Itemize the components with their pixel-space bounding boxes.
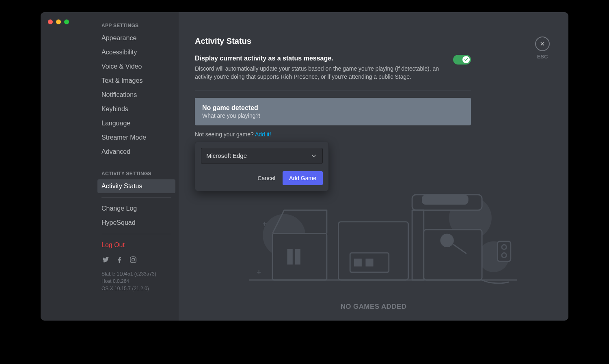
- content-divider: [195, 90, 471, 90]
- settings-content: ESC Activity Status Display current acti…: [179, 12, 568, 321]
- add-game-hint: Not seeing your game? Add it!: [195, 131, 471, 138]
- window-controls: [48, 19, 69, 24]
- build-line: Stable 110451 (c233a73): [102, 270, 171, 278]
- sidebar-divider: [102, 234, 171, 234]
- svg-rect-7: [350, 253, 389, 272]
- add-game-popover: Microsoft Edge Cancel Add Game: [195, 142, 329, 191]
- window-close-icon[interactable]: [48, 19, 53, 24]
- svg-point-2: [478, 241, 509, 272]
- window-zoom-icon[interactable]: [64, 19, 69, 24]
- svg-rect-13: [424, 230, 482, 280]
- hint-text: Not seeing your game?: [195, 131, 255, 138]
- detected-game-box: No game detected What are you playing?!: [195, 98, 471, 125]
- check-icon: [464, 57, 469, 62]
- sidebar-item-activity-status[interactable]: Activity Status: [97, 179, 175, 193]
- social-links: [97, 252, 175, 267]
- svg-point-0: [263, 214, 305, 257]
- sidebar-item-language[interactable]: Language: [97, 116, 175, 130]
- sidebar-item-accessibility[interactable]: Accessibility: [97, 45, 175, 59]
- setting-label: Display current activity as a status mes…: [195, 55, 445, 62]
- build-line: OS X 10.15.7 (21.2.0): [102, 285, 171, 292]
- svg-rect-5: [295, 249, 300, 265]
- svg-point-17: [502, 245, 506, 249]
- sidebar-item-notifications[interactable]: Notifications: [97, 88, 175, 102]
- svg-rect-6: [339, 222, 408, 280]
- section-header-app-settings: APP SETTINGS: [97, 16, 175, 31]
- sidebar-item-advanced[interactable]: Advanced: [97, 145, 175, 159]
- add-it-link[interactable]: Add it!: [255, 131, 271, 138]
- toggle-knob: [462, 56, 470, 63]
- page-title: Activity Status: [195, 37, 471, 46]
- esc-label: ESC: [537, 54, 548, 60]
- svg-line-15: [453, 244, 466, 254]
- svg-rect-10: [412, 195, 482, 210]
- svg-rect-8: [354, 258, 362, 266]
- display-activity-toggle[interactable]: [453, 55, 471, 65]
- sidebar-divider: [102, 197, 171, 198]
- sidebar-item-change-log[interactable]: Change Log: [97, 202, 175, 215]
- setting-display-activity: Display current activity as a status mes…: [195, 55, 471, 81]
- sidebar-item-logout[interactable]: Log Out: [97, 238, 175, 252]
- svg-rect-11: [422, 195, 469, 205]
- chevron-down-icon: [310, 152, 317, 159]
- sidebar-item-text-images[interactable]: Text & Images: [97, 74, 175, 88]
- svg-rect-4: [287, 249, 292, 265]
- close-icon: [539, 41, 546, 47]
- sidebar-item-appearance[interactable]: Appearance: [97, 31, 175, 45]
- setting-description: Discord will automatically update your s…: [195, 65, 445, 81]
- sidebar-item-keybinds[interactable]: Keybinds: [97, 102, 175, 116]
- twitter-icon[interactable]: [102, 256, 110, 265]
- sidebar-item-voice-video[interactable]: Voice & Video: [97, 60, 175, 73]
- game-select[interactable]: Microsoft Edge: [201, 148, 323, 164]
- window-minimize-icon[interactable]: [56, 19, 61, 24]
- build-info: Stable 110451 (c233a73) Host 0.0.264 OS …: [97, 267, 175, 295]
- add-game-button[interactable]: Add Game: [283, 171, 323, 185]
- detected-game-title: No game detected: [202, 104, 464, 112]
- game-select-value: Microsoft Edge: [206, 152, 247, 159]
- sidebar-item-streamer-mode[interactable]: Streamer Mode: [97, 131, 175, 144]
- cancel-button[interactable]: Cancel: [252, 171, 281, 185]
- svg-point-1: [449, 197, 492, 239]
- section-header-activity-settings: ACTIVITY SETTINGS: [97, 164, 175, 179]
- svg-rect-16: [497, 241, 510, 261]
- settings-window: APP SETTINGS Appearance Accessibility Vo…: [41, 12, 568, 321]
- svg-rect-12: [412, 210, 424, 280]
- empty-state-caption: NO GAMES ADDED: [179, 303, 568, 311]
- close-pane: ESC: [535, 37, 550, 60]
- empty-caption-row: NO GAMES ADDED: [179, 303, 568, 311]
- settings-sidebar: APP SETTINGS Appearance Accessibility Vo…: [41, 12, 179, 321]
- svg-point-18: [502, 253, 506, 257]
- detected-game-subtitle: What are you playing?!: [202, 112, 464, 119]
- close-button[interactable]: [535, 37, 550, 51]
- svg-point-14: [441, 234, 454, 247]
- svg-rect-3: [272, 233, 327, 280]
- facebook-icon[interactable]: [115, 256, 123, 265]
- build-line: Host 0.0.264: [102, 278, 171, 285]
- instagram-icon[interactable]: [129, 256, 137, 265]
- svg-rect-9: [365, 258, 373, 266]
- sidebar-item-hypesquad[interactable]: HypeSquad: [97, 216, 175, 230]
